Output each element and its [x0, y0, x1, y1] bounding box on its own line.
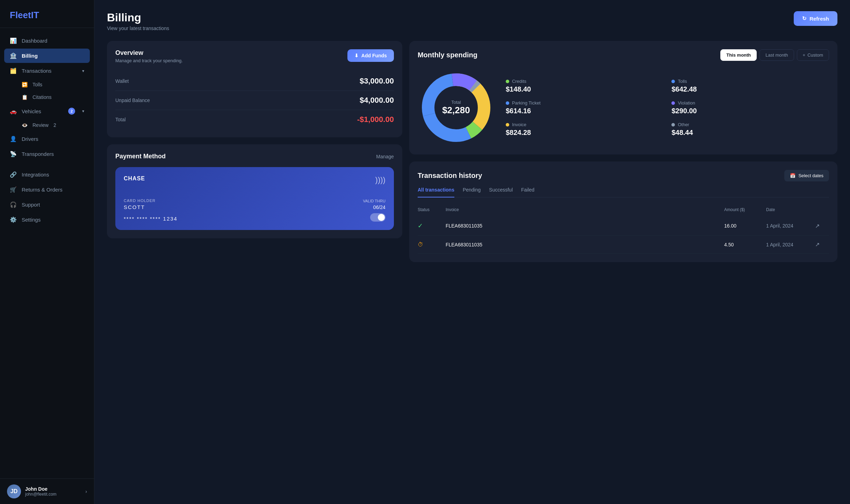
- review-badge: 2: [53, 122, 56, 128]
- page-header: Billing View your latest transactions ↻ …: [107, 11, 837, 31]
- avatar-initials: JD: [10, 488, 17, 495]
- tolls-label: Tolls: [678, 79, 687, 84]
- overview-subtitle: Manage and track your spending.: [115, 58, 183, 63]
- sidebar-item-support[interactable]: 🎧 Support: [4, 197, 90, 212]
- user-arrow-icon: ›: [85, 489, 87, 494]
- user-name: John Doe: [25, 486, 81, 492]
- sidebar-item-returns-orders[interactable]: 🛒 Returns & Orders: [4, 182, 90, 197]
- total-label: Total: [115, 117, 126, 122]
- select-dates-button[interactable]: 📅 Select dates: [784, 170, 829, 181]
- tab-this-month[interactable]: This month: [720, 49, 757, 61]
- tab-last-month[interactable]: Last month: [759, 49, 794, 61]
- wallet-value: $3,000.00: [360, 77, 394, 86]
- sidebar-item-review[interactable]: 👁️ Review 2: [4, 119, 90, 131]
- sidebar-item-label: Transponders: [22, 151, 54, 157]
- card-holder-label: CARD HOLDER: [124, 199, 156, 203]
- dashboard-icon: 📊: [10, 37, 17, 44]
- sidebar-item-transponders[interactable]: 📡 Transponders: [4, 147, 90, 161]
- unpaid-value: $4,000.00: [360, 96, 394, 105]
- legend-header: Credits: [506, 79, 663, 84]
- card-number-row: **** **** **** 1234: [124, 216, 386, 222]
- tab-pending[interactable]: Pending: [463, 187, 481, 197]
- user-profile[interactable]: JD John Doe john@fleetit.com ›: [0, 478, 94, 504]
- tab-successful[interactable]: Successful: [489, 187, 513, 197]
- sidebar-item-dashboard[interactable]: 📊 Dashboard: [4, 34, 90, 48]
- parking-label: Parking Ticket: [512, 100, 541, 106]
- plus-icon: +: [803, 52, 806, 58]
- sidebar-item-label: Citations: [33, 94, 51, 100]
- sidebar-item-drivers[interactable]: 👤 Drivers: [4, 132, 90, 146]
- sidebar-item-label: Vehicles: [22, 108, 41, 114]
- status-pending-icon: ⏱: [418, 242, 446, 248]
- drivers-icon: 👤: [10, 136, 17, 142]
- tab-custom[interactable]: + Custom: [797, 49, 829, 61]
- refresh-icon: ↻: [802, 15, 807, 22]
- vehicles-icon: 🚗: [10, 108, 17, 115]
- overview-card: Overview Manage and track your spending.…: [107, 41, 402, 137]
- legend-credits: Credits $148.40: [506, 79, 663, 93]
- overview-header: Overview Manage and track your spending.…: [115, 49, 394, 63]
- transponders-icon: 📡: [10, 151, 17, 157]
- credits-label: Credits: [512, 79, 526, 84]
- sidebar-item-label: Drivers: [22, 136, 38, 142]
- sidebar-nav: 📊 Dashboard 🏦 Billing 🗂️ Transactions ▾ …: [0, 34, 94, 478]
- left-column: Overview Manage and track your spending.…: [107, 41, 402, 262]
- unpaid-label: Unpaid Balance: [115, 98, 150, 103]
- app-name-it: IT: [31, 10, 39, 20]
- table-row: ✓ FLEA683011035 16.00 1 April, 2024 ↗: [418, 216, 829, 236]
- invoice-dot: [506, 123, 509, 127]
- user-info: John Doe john@fleetit.com: [25, 486, 81, 497]
- total-value: -$1,000.00: [357, 115, 394, 124]
- card-bank: CHASE: [124, 175, 386, 182]
- page-subtitle: View your latest transactions: [107, 26, 169, 31]
- donut-center: Total $2,280: [442, 100, 470, 116]
- sidebar-item-vehicles[interactable]: 🚗 Vehicles 2 ▾: [4, 104, 90, 118]
- col-amount: Amount ($): [724, 207, 766, 212]
- refresh-button[interactable]: ↻ Refresh: [794, 11, 837, 26]
- payment-title: Payment Method: [115, 153, 166, 160]
- select-dates-label: Select dates: [798, 173, 823, 178]
- violation-value: $290.00: [671, 107, 829, 115]
- sidebar-item-integrations[interactable]: 🔗 Integrations: [4, 167, 90, 182]
- legend-violation: Violation $290.00: [671, 100, 829, 115]
- sidebar-item-transactions[interactable]: 🗂️ Transactions ▾: [4, 64, 90, 78]
- period-tabs: This month Last month + Custom: [720, 49, 829, 61]
- support-icon: 🎧: [10, 201, 17, 208]
- col-invoice: Invoice: [446, 207, 724, 212]
- col-action: [815, 207, 829, 212]
- credits-value: $148.40: [506, 85, 663, 93]
- tolls-icon: 🔁: [22, 82, 28, 87]
- payment-header: Payment Method Manage: [115, 153, 394, 160]
- other-dot: [671, 123, 675, 127]
- wallet-label: Wallet: [115, 78, 129, 84]
- billing-icon: 🏦: [10, 52, 17, 59]
- download-icon: ⬇: [354, 53, 359, 58]
- manage-link[interactable]: Manage: [376, 154, 394, 159]
- review-icon: 👁️: [22, 122, 28, 128]
- external-link-icon[interactable]: ↗: [815, 223, 829, 229]
- app-name-fleet: Fleet: [10, 10, 31, 20]
- tab-all-transactions[interactable]: All transactions: [418, 187, 454, 197]
- card-number-display: **** **** **** 1234: [124, 216, 386, 222]
- sidebar-item-tolls[interactable]: 🔁 Tolls: [4, 79, 90, 91]
- add-funds-button[interactable]: ⬇ Add Funds: [347, 49, 394, 62]
- col-date: Date: [766, 207, 815, 212]
- sidebar-item-settings[interactable]: ⚙️ Settings: [4, 213, 90, 227]
- col-status: Status: [418, 207, 446, 212]
- card-toggle[interactable]: [370, 213, 386, 222]
- sidebar-item-citations[interactable]: 📋 Citations: [4, 91, 90, 103]
- integrations-icon: 🔗: [10, 171, 17, 178]
- history-header: Transaction history 📅 Select dates: [418, 170, 829, 181]
- citations-icon: 📋: [22, 94, 28, 100]
- sidebar-item-label: Transactions: [22, 68, 51, 74]
- external-link-icon[interactable]: ↗: [815, 241, 829, 248]
- sidebar-item-billing[interactable]: 🏦 Billing: [4, 49, 90, 63]
- violation-label: Violation: [678, 100, 695, 106]
- legend-header: Tolls: [671, 79, 829, 84]
- payment-method-card: Payment Method Manage CHASE )))) CARD HO…: [107, 144, 402, 238]
- unpaid-row: Unpaid Balance $4,000.00: [115, 91, 394, 110]
- invoice-value: $824.28: [506, 129, 663, 137]
- invoice-label: Invoice: [512, 122, 526, 127]
- tab-failed[interactable]: Failed: [521, 187, 534, 197]
- parking-value: $614.16: [506, 107, 663, 115]
